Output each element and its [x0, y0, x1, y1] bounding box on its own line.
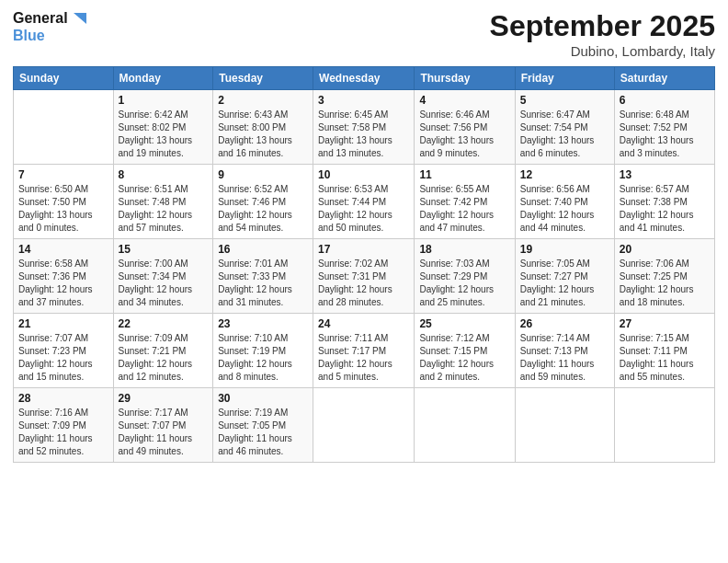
day-number: 6: [620, 94, 710, 107]
day-number: 5: [520, 94, 609, 107]
day-info: Sunrise: 7:17 AMSunset: 7:07 PMDaylight:…: [119, 407, 209, 458]
calendar-cell: 26 Sunrise: 7:14 AMSunset: 7:13 PMDaylig…: [515, 314, 614, 388]
day-number: 10: [318, 168, 409, 181]
day-info: Sunrise: 6:43 AMSunset: 8:00 PMDaylight:…: [218, 109, 308, 160]
day-info: Sunrise: 7:03 AMSunset: 7:29 PMDaylight:…: [419, 258, 509, 309]
day-number: 18: [419, 243, 509, 256]
day-number: 20: [620, 243, 710, 256]
day-info: Sunrise: 6:50 AMSunset: 7:50 PMDaylight:…: [18, 183, 108, 235]
calendar-cell: [14, 90, 114, 165]
calendar-header: Sunday Monday Tuesday Wednesday Thursday…: [14, 67, 715, 90]
day-info: Sunrise: 7:00 AMSunset: 7:34 PMDaylight:…: [119, 258, 209, 309]
day-info: Sunrise: 6:57 AMSunset: 7:38 PMDaylight:…: [620, 183, 710, 235]
calendar-cell: 18 Sunrise: 7:03 AMSunset: 7:29 PMDaylig…: [415, 239, 515, 314]
calendar-cell: 7 Sunrise: 6:50 AMSunset: 7:50 PMDayligh…: [14, 165, 114, 239]
calendar-cell: 24 Sunrise: 7:11 AMSunset: 7:17 PMDaylig…: [313, 314, 415, 388]
calendar-cell: 17 Sunrise: 7:02 AMSunset: 7:31 PMDaylig…: [313, 239, 415, 314]
svg-marker-0: [74, 13, 86, 24]
day-info: Sunrise: 7:05 AMSunset: 7:27 PMDaylight:…: [520, 258, 609, 309]
header-row: Sunday Monday Tuesday Wednesday Thursday…: [14, 67, 715, 90]
day-info: Sunrise: 6:56 AMSunset: 7:40 PMDaylight:…: [520, 183, 609, 235]
calendar-cell: 10 Sunrise: 6:53 AMSunset: 7:44 PMDaylig…: [313, 165, 415, 239]
logo-blue: Blue: [13, 28, 88, 44]
day-info: Sunrise: 6:42 AMSunset: 8:02 PMDaylight:…: [119, 109, 209, 160]
calendar-cell: 6 Sunrise: 6:48 AMSunset: 7:52 PMDayligh…: [614, 90, 714, 165]
calendar-cell: 11 Sunrise: 6:55 AMSunset: 7:42 PMDaylig…: [415, 165, 515, 239]
calendar-cell: 28 Sunrise: 7:16 AMSunset: 7:09 PMDaylig…: [14, 388, 114, 463]
day-info: Sunrise: 7:11 AMSunset: 7:17 PMDaylight:…: [318, 332, 409, 384]
day-number: 9: [218, 168, 308, 181]
day-info: Sunrise: 6:53 AMSunset: 7:44 PMDaylight:…: [318, 183, 409, 235]
calendar-row: 28 Sunrise: 7:16 AMSunset: 7:09 PMDaylig…: [14, 388, 715, 463]
day-number: 24: [318, 317, 409, 330]
day-info: Sunrise: 7:06 AMSunset: 7:25 PMDaylight:…: [620, 258, 710, 309]
calendar-cell: 4 Sunrise: 6:46 AMSunset: 7:56 PMDayligh…: [415, 90, 515, 165]
calendar-cell: 9 Sunrise: 6:52 AMSunset: 7:46 PMDayligh…: [213, 165, 313, 239]
logo-triangle-icon: [70, 9, 88, 28]
calendar-cell: 19 Sunrise: 7:05 AMSunset: 7:27 PMDaylig…: [515, 239, 614, 314]
day-number: 21: [18, 317, 108, 330]
calendar-row: 7 Sunrise: 6:50 AMSunset: 7:50 PMDayligh…: [14, 165, 715, 239]
calendar-cell: 13 Sunrise: 6:57 AMSunset: 7:38 PMDaylig…: [614, 165, 714, 239]
calendar-table: Sunday Monday Tuesday Wednesday Thursday…: [13, 66, 715, 463]
title-block: September 2025 Dubino, Lombardy, Italy: [490, 9, 715, 59]
calendar-cell: [515, 388, 614, 463]
calendar-cell: 15 Sunrise: 7:00 AMSunset: 7:34 PMDaylig…: [113, 239, 213, 314]
day-number: 28: [18, 392, 108, 405]
day-number: 22: [119, 317, 209, 330]
day-number: 3: [318, 94, 409, 107]
calendar-cell: 14 Sunrise: 6:58 AMSunset: 7:36 PMDaylig…: [14, 239, 114, 314]
day-number: 7: [18, 168, 108, 181]
day-info: Sunrise: 7:15 AMSunset: 7:11 PMDaylight:…: [620, 332, 710, 384]
day-info: Sunrise: 6:47 AMSunset: 7:54 PMDaylight:…: [520, 109, 609, 160]
logo: General Blue: [13, 9, 88, 44]
day-info: Sunrise: 6:52 AMSunset: 7:46 PMDaylight:…: [218, 183, 308, 235]
day-number: 17: [318, 243, 409, 256]
calendar-cell: 25 Sunrise: 7:12 AMSunset: 7:15 PMDaylig…: [415, 314, 515, 388]
day-info: Sunrise: 7:19 AMSunset: 7:05 PMDaylight:…: [218, 407, 308, 458]
day-number: 27: [620, 317, 710, 330]
logo-general: General: [13, 10, 68, 27]
calendar-cell: 12 Sunrise: 6:56 AMSunset: 7:40 PMDaylig…: [515, 165, 614, 239]
day-info: Sunrise: 7:02 AMSunset: 7:31 PMDaylight:…: [318, 258, 409, 309]
calendar-row: 14 Sunrise: 6:58 AMSunset: 7:36 PMDaylig…: [14, 239, 715, 314]
day-info: Sunrise: 6:58 AMSunset: 7:36 PMDaylight:…: [18, 258, 108, 309]
day-info: Sunrise: 6:46 AMSunset: 7:56 PMDaylight:…: [419, 109, 509, 160]
calendar-cell: [415, 388, 515, 463]
day-info: Sunrise: 7:16 AMSunset: 7:09 PMDaylight:…: [18, 407, 108, 458]
col-friday: Friday: [515, 67, 614, 90]
col-thursday: Thursday: [415, 67, 515, 90]
month-title: September 2025: [490, 9, 715, 43]
day-number: 15: [119, 243, 209, 256]
day-info: Sunrise: 6:55 AMSunset: 7:42 PMDaylight:…: [419, 183, 509, 235]
calendar-cell: 22 Sunrise: 7:09 AMSunset: 7:21 PMDaylig…: [113, 314, 213, 388]
day-number: 23: [218, 317, 308, 330]
calendar-row: 21 Sunrise: 7:07 AMSunset: 7:23 PMDaylig…: [14, 314, 715, 388]
calendar-cell: 1 Sunrise: 6:42 AMSunset: 8:02 PMDayligh…: [113, 90, 213, 165]
day-number: 1: [119, 94, 209, 107]
page-container: General Blue September 2025 Dubino, Lomb…: [0, 0, 728, 472]
col-monday: Monday: [113, 67, 213, 90]
calendar-cell: 21 Sunrise: 7:07 AMSunset: 7:23 PMDaylig…: [14, 314, 114, 388]
day-number: 12: [520, 168, 609, 181]
day-number: 29: [119, 392, 209, 405]
calendar-cell: 20 Sunrise: 7:06 AMSunset: 7:25 PMDaylig…: [614, 239, 714, 314]
calendar-cell: 8 Sunrise: 6:51 AMSunset: 7:48 PMDayligh…: [113, 165, 213, 239]
calendar-cell: 29 Sunrise: 7:17 AMSunset: 7:07 PMDaylig…: [113, 388, 213, 463]
calendar-cell: 23 Sunrise: 7:10 AMSunset: 7:19 PMDaylig…: [213, 314, 313, 388]
day-info: Sunrise: 6:45 AMSunset: 7:58 PMDaylight:…: [318, 109, 409, 160]
header: General Blue September 2025 Dubino, Lomb…: [13, 9, 715, 59]
day-number: 26: [520, 317, 609, 330]
day-info: Sunrise: 7:01 AMSunset: 7:33 PMDaylight:…: [218, 258, 308, 309]
calendar-cell: 27 Sunrise: 7:15 AMSunset: 7:11 PMDaylig…: [614, 314, 714, 388]
calendar-cell: 3 Sunrise: 6:45 AMSunset: 7:58 PMDayligh…: [313, 90, 415, 165]
location-title: Dubino, Lombardy, Italy: [490, 43, 715, 59]
day-info: Sunrise: 7:14 AMSunset: 7:13 PMDaylight:…: [520, 332, 609, 384]
day-info: Sunrise: 7:07 AMSunset: 7:23 PMDaylight:…: [18, 332, 108, 384]
calendar-cell: 16 Sunrise: 7:01 AMSunset: 7:33 PMDaylig…: [213, 239, 313, 314]
calendar-row: 1 Sunrise: 6:42 AMSunset: 8:02 PMDayligh…: [14, 90, 715, 165]
col-saturday: Saturday: [614, 67, 714, 90]
day-info: Sunrise: 6:51 AMSunset: 7:48 PMDaylight:…: [119, 183, 209, 235]
day-number: 25: [419, 317, 509, 330]
day-number: 2: [218, 94, 308, 107]
